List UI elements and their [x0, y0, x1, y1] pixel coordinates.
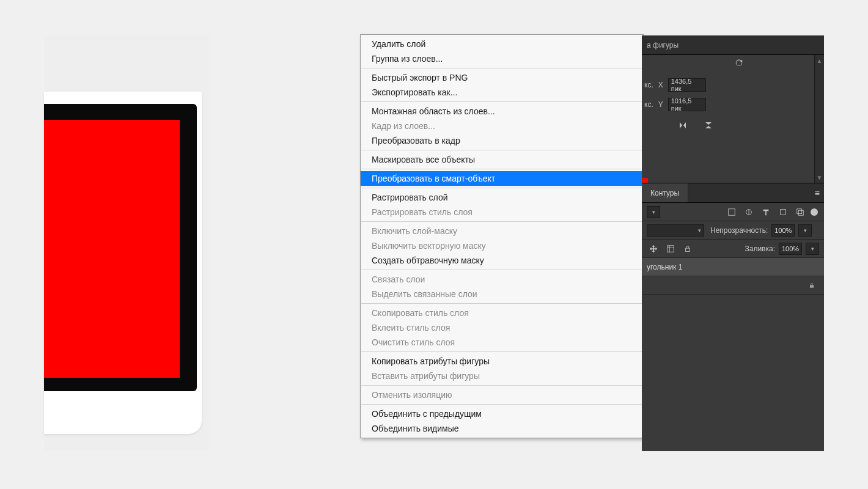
context-menu-separator: [361, 351, 642, 352]
context-menu-item[interactable]: Объединить видимые: [361, 421, 643, 436]
properties-panel-header: а фигуры: [642, 35, 824, 55]
filter-pixel-icon[interactable]: [725, 205, 738, 219]
context-menu-item[interactable]: Экспортировать как...: [361, 85, 643, 100]
fill-label: Заливка:: [745, 244, 775, 253]
svg-rect-4: [798, 210, 803, 215]
blend-mode-select[interactable]: ▾: [647, 224, 704, 237]
opacity-label: Непрозрачность:: [710, 226, 768, 235]
context-menu-item: Выключить векторную маску: [361, 238, 643, 253]
x-position-input[interactable]: 1436,5 пик: [668, 78, 706, 92]
opacity-value-input[interactable]: 100%: [771, 224, 795, 237]
context-menu-separator: [361, 385, 642, 386]
svg-rect-0: [729, 208, 735, 215]
unit-suffix: кс.: [644, 100, 653, 109]
context-menu-item: Включить слой-маску: [361, 224, 643, 238]
context-menu-item: Вставить атрибуты фигуры: [361, 369, 643, 383]
opacity-dropdown-icon[interactable]: ▾: [798, 224, 812, 237]
context-menu-separator: [361, 150, 642, 150]
layer-name: угольник 1: [647, 263, 682, 271]
context-menu-item[interactable]: Монтажная область из слоев...: [361, 104, 643, 119]
x-label: X: [658, 81, 663, 89]
context-menu-item: Выделить связанные слои: [361, 287, 643, 301]
svg-rect-2: [781, 209, 786, 215]
filter-toggle[interactable]: [811, 208, 818, 216]
context-menu-item[interactable]: Объединить с предыдущим: [361, 406, 643, 421]
context-menu-separator: [361, 68, 642, 68]
context-menu-item[interactable]: Группа из слоев...: [361, 51, 643, 66]
panel-menu-icon[interactable]: ≡: [815, 188, 820, 198]
layer-lock-row: Заливка: 100% ▾: [642, 240, 824, 258]
properties-panel-body: кс. X 1436,5 пик кс. Y 1016,5 пик ▲: [642, 55, 824, 183]
filter-adjustment-icon[interactable]: [742, 205, 756, 219]
y-position-input[interactable]: 1016,5 пик: [668, 98, 706, 111]
context-menu-item[interactable]: Преобразовать в смарт-объект: [361, 171, 643, 186]
scroll-up-icon[interactable]: ▲: [815, 55, 824, 66]
context-menu-separator: [361, 303, 642, 304]
layer-row-background[interactable]: [642, 276, 824, 295]
flip-vertical-icon[interactable]: [702, 119, 715, 132]
context-menu-item[interactable]: Маскировать все объекты: [361, 152, 643, 167]
fill-value-input[interactable]: 100%: [779, 243, 802, 255]
tab-paths[interactable]: Контуры: [642, 183, 688, 202]
context-menu-item[interactable]: Копировать атрибуты фигуры: [361, 354, 643, 369]
context-menu-item[interactable]: Растрировать слой: [361, 190, 643, 205]
layer-filter-kind-select[interactable]: ▾: [647, 206, 660, 218]
fill-dropdown-icon[interactable]: ▾: [806, 243, 819, 255]
panel-dock: а фигуры кс. X 1436,5 пик кс. Y 1016,5 п…: [642, 35, 824, 451]
reset-icon[interactable]: [734, 57, 745, 68]
flip-horizontal-icon[interactable]: [676, 119, 690, 132]
layers-panel-body: ▾ ▾ Непрозрачность: 100%: [642, 203, 824, 451]
svg-rect-7: [810, 285, 814, 288]
y-label: Y: [658, 100, 663, 109]
scroll-down-icon[interactable]: ▼: [815, 172, 824, 183]
svg-rect-3: [797, 208, 802, 213]
context-menu-separator: [361, 404, 642, 405]
context-menu-separator: [361, 270, 642, 270]
filter-shape-icon[interactable]: [776, 205, 790, 219]
properties-scrollbar[interactable]: ▲ ▼: [814, 55, 824, 183]
properties-panel-title-partial: а фигуры: [647, 41, 679, 50]
lock-move-icon[interactable]: [647, 242, 660, 256]
paths-panel-header: Контуры ≡: [642, 183, 824, 203]
layer-filter-bar: ▾: [642, 203, 824, 221]
context-menu-item: Очистить стиль слоя: [361, 335, 643, 350]
unit-suffix: кс.: [644, 81, 653, 89]
svg-rect-6: [686, 248, 690, 251]
lock-icon: [808, 282, 815, 289]
svg-rect-5: [668, 245, 674, 252]
lock-all-icon[interactable]: [681, 242, 694, 256]
filter-smartobject-icon[interactable]: [793, 205, 807, 219]
context-menu-item: Скопировать стиль слоя: [361, 306, 643, 320]
layer-blend-row: ▾ Непрозрачность: 100% ▾: [642, 221, 824, 240]
context-menu-separator: [361, 101, 642, 102]
context-menu-item[interactable]: Создать обтравочную маску: [361, 253, 643, 268]
context-menu-separator: [361, 221, 642, 222]
lock-artboard-icon[interactable]: [664, 242, 677, 256]
filter-type-icon[interactable]: [759, 205, 773, 219]
context-menu-item: Вклеить стиль слоя: [361, 320, 643, 335]
context-menu-item[interactable]: Удалить слой: [361, 37, 643, 51]
shape-rectangle[interactable]: [44, 120, 180, 378]
context-menu-item: Кадр из слоев...: [361, 119, 643, 133]
layer-row-active[interactable]: угольник 1: [642, 258, 824, 276]
context-menu-item: Растрировать стиль слоя: [361, 205, 643, 219]
context-menu-item[interactable]: Быстрый экспорт в PNG: [361, 70, 643, 85]
context-menu-item: Связать слои: [361, 272, 643, 287]
fill-swatch[interactable]: [642, 178, 648, 183]
context-menu-item[interactable]: Преобразовать в кадр: [361, 133, 643, 148]
context-menu-item: Отменить изоляцию: [361, 388, 643, 402]
context-menu-separator: [361, 188, 642, 188]
context-menu-separator: [361, 169, 642, 169]
layer-context-menu: Удалить слойГруппа из слоев...Быстрый эк…: [360, 34, 644, 438]
